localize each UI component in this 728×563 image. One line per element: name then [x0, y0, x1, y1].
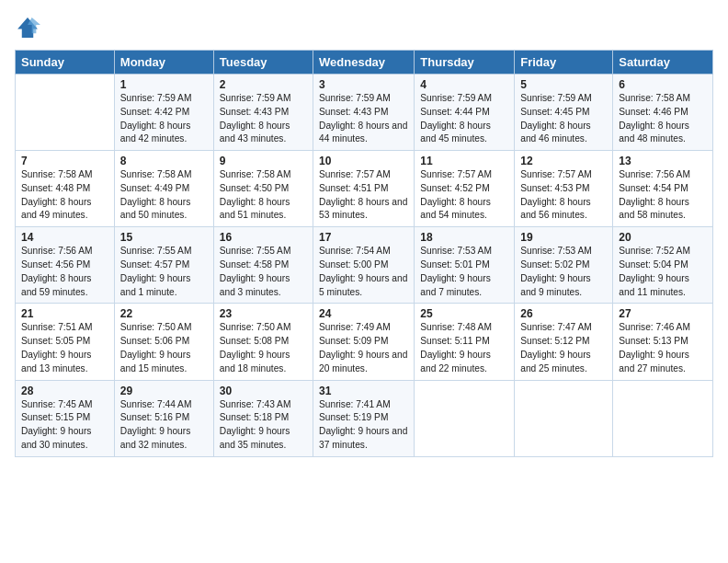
calendar-header-row: SundayMondayTuesdayWednesdayThursdayFrid… [16, 51, 713, 75]
day-number: 20 [619, 231, 707, 244]
day-info: Sunrise: 7:59 AMSunset: 4:42 PMDaylight:… [120, 92, 208, 146]
day-info: Sunrise: 7:50 AMSunset: 5:06 PMDaylight:… [120, 321, 208, 375]
day-info: Sunrise: 7:50 AMSunset: 5:08 PMDaylight:… [220, 321, 307, 375]
day-header-sunday: Sunday [16, 51, 115, 75]
calendar-cell: 17Sunrise: 7:54 AMSunset: 5:00 PMDayligh… [313, 227, 415, 304]
day-number: 26 [520, 307, 607, 320]
calendar-cell: 30Sunrise: 7:43 AMSunset: 5:18 PMDayligh… [213, 380, 313, 456]
calendar-cell: 11Sunrise: 7:57 AMSunset: 4:52 PMDayligh… [415, 151, 515, 227]
day-info: Sunrise: 7:58 AMSunset: 4:48 PMDaylight:… [21, 168, 108, 223]
day-number: 23 [220, 307, 307, 320]
day-number: 16 [220, 231, 307, 244]
day-number: 15 [120, 231, 208, 244]
day-number: 8 [120, 155, 208, 167]
day-number: 19 [520, 231, 607, 244]
calendar-week-3: 14Sunrise: 7:56 AMSunset: 4:56 PMDayligh… [16, 227, 713, 304]
day-info: Sunrise: 7:58 AMSunset: 4:49 PMDaylight:… [120, 168, 208, 223]
day-info: Sunrise: 7:41 AMSunset: 5:19 PMDaylight:… [319, 398, 408, 453]
calendar-cell: 2Sunrise: 7:59 AMSunset: 4:43 PMDaylight… [213, 75, 313, 151]
day-header-saturday: Saturday [613, 51, 713, 75]
day-info: Sunrise: 7:51 AMSunset: 5:05 PMDaylight:… [21, 321, 108, 375]
day-info: Sunrise: 7:56 AMSunset: 4:56 PMDaylight:… [21, 245, 108, 299]
day-info: Sunrise: 7:52 AMSunset: 5:04 PMDaylight:… [619, 245, 707, 299]
calendar-cell: 12Sunrise: 7:57 AMSunset: 4:53 PMDayligh… [515, 151, 613, 227]
calendar-cell: 20Sunrise: 7:52 AMSunset: 5:04 PMDayligh… [613, 227, 713, 304]
calendar-cell: 27Sunrise: 7:46 AMSunset: 5:13 PMDayligh… [613, 304, 713, 380]
day-number: 24 [319, 307, 408, 320]
calendar-cell: 26Sunrise: 7:47 AMSunset: 5:12 PMDayligh… [515, 304, 613, 380]
day-info: Sunrise: 7:58 AMSunset: 4:46 PMDaylight:… [619, 92, 707, 146]
day-number: 3 [319, 78, 408, 91]
page-container: SundayMondayTuesdayWednesdayThursdayFrid… [0, 0, 728, 466]
day-number: 4 [420, 78, 508, 91]
calendar-cell [515, 380, 613, 456]
day-number: 7 [21, 155, 108, 167]
calendar-cell: 23Sunrise: 7:50 AMSunset: 5:08 PMDayligh… [213, 304, 313, 380]
header [15, 15, 713, 40]
day-header-tuesday: Tuesday [213, 51, 313, 75]
day-number: 29 [120, 385, 208, 397]
calendar-week-5: 28Sunrise: 7:45 AMSunset: 5:15 PMDayligh… [16, 380, 713, 456]
day-number: 6 [619, 78, 707, 91]
calendar-cell [415, 380, 515, 456]
day-info: Sunrise: 7:59 AMSunset: 4:44 PMDaylight:… [420, 92, 508, 146]
calendar-cell: 15Sunrise: 7:55 AMSunset: 4:57 PMDayligh… [114, 227, 213, 304]
day-info: Sunrise: 7:59 AMSunset: 4:43 PMDaylight:… [319, 92, 408, 146]
calendar-cell: 6Sunrise: 7:58 AMSunset: 4:46 PMDaylight… [613, 75, 713, 151]
calendar-cell: 8Sunrise: 7:58 AMSunset: 4:49 PMDaylight… [114, 151, 213, 227]
day-info: Sunrise: 7:53 AMSunset: 5:02 PMDaylight:… [520, 245, 607, 299]
day-number: 31 [319, 385, 408, 397]
day-number: 17 [319, 231, 408, 244]
day-number: 10 [319, 155, 408, 167]
day-info: Sunrise: 7:45 AMSunset: 5:15 PMDaylight:… [21, 398, 108, 453]
calendar-cell: 10Sunrise: 7:57 AMSunset: 4:51 PMDayligh… [313, 151, 415, 227]
day-header-thursday: Thursday [415, 51, 515, 75]
calendar-cell: 25Sunrise: 7:48 AMSunset: 5:11 PMDayligh… [415, 304, 515, 380]
calendar-cell: 18Sunrise: 7:53 AMSunset: 5:01 PMDayligh… [415, 227, 515, 304]
day-number: 5 [520, 78, 607, 91]
day-info: Sunrise: 7:49 AMSunset: 5:09 PMDaylight:… [319, 321, 408, 375]
day-info: Sunrise: 7:53 AMSunset: 5:01 PMDaylight:… [420, 245, 508, 299]
calendar-cell: 31Sunrise: 7:41 AMSunset: 5:19 PMDayligh… [313, 380, 415, 456]
day-header-monday: Monday [114, 51, 213, 75]
day-number: 27 [619, 307, 707, 320]
day-number: 28 [21, 385, 108, 397]
calendar-cell: 9Sunrise: 7:58 AMSunset: 4:50 PMDaylight… [213, 151, 313, 227]
day-info: Sunrise: 7:57 AMSunset: 4:53 PMDaylight:… [520, 168, 607, 223]
calendar-cell: 1Sunrise: 7:59 AMSunset: 4:42 PMDaylight… [114, 75, 213, 151]
day-info: Sunrise: 7:47 AMSunset: 5:12 PMDaylight:… [520, 321, 607, 375]
day-info: Sunrise: 7:55 AMSunset: 4:58 PMDaylight:… [220, 245, 307, 299]
day-number: 2 [220, 78, 307, 91]
calendar-cell: 29Sunrise: 7:44 AMSunset: 5:16 PMDayligh… [114, 380, 213, 456]
day-number: 11 [420, 155, 508, 167]
day-info: Sunrise: 7:57 AMSunset: 4:52 PMDaylight:… [420, 168, 508, 223]
day-number: 9 [220, 155, 307, 167]
day-info: Sunrise: 7:58 AMSunset: 4:50 PMDaylight:… [220, 168, 307, 223]
calendar-cell: 14Sunrise: 7:56 AMSunset: 4:56 PMDayligh… [16, 227, 115, 304]
calendar-cell: 16Sunrise: 7:55 AMSunset: 4:58 PMDayligh… [213, 227, 313, 304]
day-number: 22 [120, 307, 208, 320]
calendar-cell [16, 75, 115, 151]
day-info: Sunrise: 7:56 AMSunset: 4:54 PMDaylight:… [619, 168, 707, 223]
day-info: Sunrise: 7:43 AMSunset: 5:18 PMDaylight:… [220, 398, 307, 453]
calendar-cell: 4Sunrise: 7:59 AMSunset: 4:44 PMDaylight… [415, 75, 515, 151]
day-number: 21 [21, 307, 108, 320]
calendar-table: SundayMondayTuesdayWednesdayThursdayFrid… [15, 50, 713, 457]
calendar-cell: 5Sunrise: 7:59 AMSunset: 4:45 PMDaylight… [515, 75, 613, 151]
day-info: Sunrise: 7:44 AMSunset: 5:16 PMDaylight:… [120, 398, 208, 453]
day-number: 25 [420, 307, 508, 320]
calendar-cell: 7Sunrise: 7:58 AMSunset: 4:48 PMDaylight… [16, 151, 115, 227]
calendar-cell: 13Sunrise: 7:56 AMSunset: 4:54 PMDayligh… [613, 151, 713, 227]
calendar-week-4: 21Sunrise: 7:51 AMSunset: 5:05 PMDayligh… [16, 304, 713, 380]
calendar-cell [613, 380, 713, 456]
logo-icon [15, 15, 40, 40]
day-number: 13 [619, 155, 707, 167]
calendar-cell: 24Sunrise: 7:49 AMSunset: 5:09 PMDayligh… [313, 304, 415, 380]
calendar-cell: 3Sunrise: 7:59 AMSunset: 4:43 PMDaylight… [313, 75, 415, 151]
day-info: Sunrise: 7:59 AMSunset: 4:45 PMDaylight:… [520, 92, 607, 146]
day-info: Sunrise: 7:46 AMSunset: 5:13 PMDaylight:… [619, 321, 707, 375]
calendar-week-2: 7Sunrise: 7:58 AMSunset: 4:48 PMDaylight… [16, 151, 713, 227]
calendar-cell: 22Sunrise: 7:50 AMSunset: 5:06 PMDayligh… [114, 304, 213, 380]
calendar-week-1: 1Sunrise: 7:59 AMSunset: 4:42 PMDaylight… [16, 75, 713, 151]
calendar-cell: 28Sunrise: 7:45 AMSunset: 5:15 PMDayligh… [16, 380, 115, 456]
